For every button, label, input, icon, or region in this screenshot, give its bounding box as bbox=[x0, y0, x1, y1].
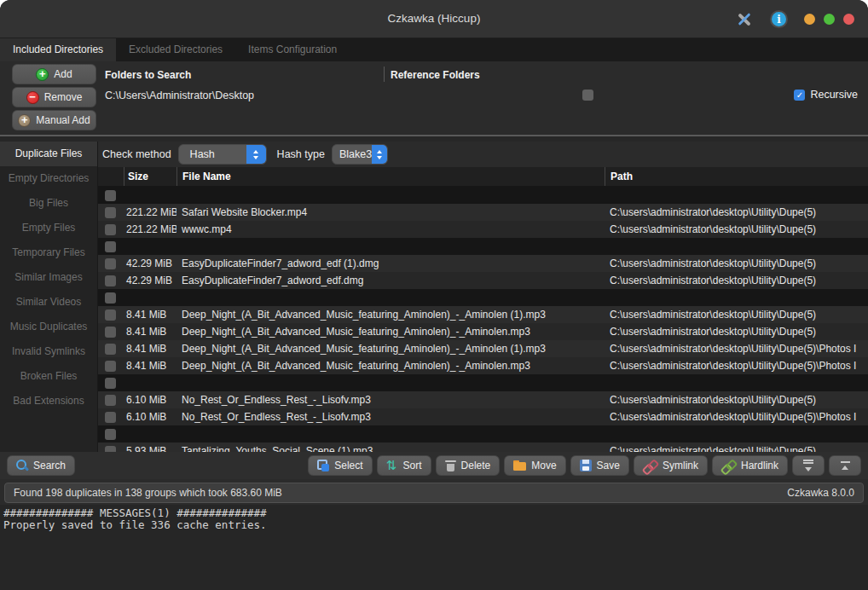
sidebar-item-similar-videos[interactable]: Similar Videos bbox=[0, 290, 97, 315]
minimize-dot[interactable] bbox=[804, 14, 815, 25]
row-checkbox[interactable] bbox=[105, 275, 116, 286]
file-row[interactable]: 8.41 MiBDeep_Night_(A_Bit_Advanced_Music… bbox=[98, 306, 868, 323]
row-checkbox[interactable] bbox=[105, 207, 116, 218]
group-separator-row[interactable] bbox=[98, 238, 868, 255]
close-dot[interactable] bbox=[843, 14, 854, 25]
group-separator-row[interactable] bbox=[98, 374, 868, 391]
row-checkbox[interactable] bbox=[105, 292, 116, 304]
sidebar-item-bad-extensions[interactable]: Bad Extensions bbox=[0, 389, 97, 414]
recursive-checkbox[interactable] bbox=[794, 90, 805, 101]
save-button[interactable]: Save bbox=[570, 455, 629, 476]
symlink-button[interactable]: Symlink bbox=[634, 455, 708, 476]
cell-size: 42.29 MiB bbox=[124, 257, 176, 269]
info-icon[interactable] bbox=[770, 10, 788, 28]
move-button[interactable]: Move bbox=[504, 455, 565, 476]
sidebar-item-duplicate-files[interactable]: Duplicate Files bbox=[0, 142, 97, 166]
cell-path: C:\users\administrator\desktop\Utility\D… bbox=[605, 275, 868, 286]
cell-path: C:\users\administrator\desktop\Utility\D… bbox=[605, 309, 868, 321]
cell-size: 5.93 MiB bbox=[124, 445, 176, 452]
hash-type-dropdown[interactable]: Blake3 bbox=[332, 144, 388, 165]
cell-size: 8.41 MiB bbox=[124, 309, 176, 321]
tab-included-directories[interactable]: Included Directories bbox=[0, 38, 116, 61]
add-button[interactable]: Add bbox=[12, 64, 96, 84]
maximize-dot[interactable] bbox=[824, 14, 835, 25]
file-row[interactable]: 42.29 MiBEasyDuplicateFinder7_adword_edf… bbox=[98, 255, 868, 272]
hardlink-icon bbox=[721, 460, 736, 472]
row-checkbox[interactable] bbox=[105, 429, 116, 440]
cell-name: Deep_Night_(A_Bit_Advanced_Music_featuri… bbox=[176, 309, 605, 321]
reference-folders-header: Reference Folders bbox=[391, 69, 480, 81]
row-checkbox[interactable] bbox=[105, 378, 116, 389]
sort-button[interactable]: Sort bbox=[377, 455, 431, 476]
group-separator-row[interactable] bbox=[98, 187, 868, 204]
group-separator-row[interactable] bbox=[98, 289, 868, 306]
row-checkbox[interactable] bbox=[105, 361, 116, 372]
cell-path: C:\users\administrator\desktop\Utility\D… bbox=[605, 206, 868, 218]
sidebar-item-music-duplicates[interactable]: Music Duplicates bbox=[0, 315, 97, 339]
sidebar-item-empty-files[interactable]: Empty Files bbox=[0, 216, 97, 240]
file-row[interactable]: 6.10 MiBNo_Rest_Or_Endless_Rest_-_Lisofv… bbox=[98, 408, 868, 425]
check-method-dropdown[interactable]: Hash bbox=[178, 144, 267, 165]
header-size[interactable]: Size bbox=[124, 167, 176, 186]
file-row[interactable]: 6.10 MiBNo_Rest_Or_Endless_Rest_-_Lisofv… bbox=[98, 391, 868, 408]
button-label: Symlink bbox=[663, 460, 698, 471]
sidebar-item-big-files[interactable]: Big Files bbox=[0, 191, 97, 216]
group-separator-row[interactable] bbox=[98, 425, 868, 442]
hardlink-button[interactable]: Hardlink bbox=[712, 455, 788, 476]
sidebar-item-temporary-files[interactable]: Temporary Files bbox=[0, 240, 97, 265]
cell-size: 8.41 MiB bbox=[124, 343, 176, 355]
cell-size: 8.41 MiB bbox=[124, 360, 176, 372]
jump-to-bottom-button[interactable] bbox=[792, 455, 825, 476]
messages-panel[interactable]: ############## MESSAGES(1) #############… bbox=[0, 505, 868, 590]
jump-to-top-button[interactable] bbox=[829, 455, 861, 476]
button-label: Delete bbox=[461, 460, 491, 471]
sidebar: Duplicate FilesEmpty DirectoriesBig File… bbox=[0, 142, 98, 452]
search-button[interactable]: Search bbox=[7, 455, 75, 476]
sidebar-item-similar-images[interactable]: Similar Images bbox=[0, 265, 97, 290]
remove-button[interactable]: Remove bbox=[12, 87, 96, 107]
select-button[interactable]: Select bbox=[308, 455, 372, 476]
row-checkbox[interactable] bbox=[105, 327, 116, 338]
row-checkbox[interactable] bbox=[105, 224, 116, 235]
messages-text-line: Properly saved to file 336 cache entries… bbox=[3, 519, 865, 531]
header-path[interactable]: Path bbox=[605, 167, 868, 186]
row-checkbox[interactable] bbox=[105, 190, 116, 201]
sidebar-item-broken-files[interactable]: Broken Files bbox=[0, 364, 97, 389]
button-label: Sort bbox=[403, 460, 422, 471]
header-file-name[interactable]: File Name bbox=[176, 167, 605, 186]
row-checkbox[interactable] bbox=[105, 309, 116, 321]
cell-path: C:\users\administrator\desktop\Utility\D… bbox=[605, 326, 868, 338]
file-row[interactable]: 42.29 MiBEasyDuplicateFinder7_adword_edf… bbox=[98, 272, 868, 289]
sidebar-item-empty-directories[interactable]: Empty Directories bbox=[0, 166, 97, 191]
file-row[interactable]: 8.41 MiBDeep_Night_(A_Bit_Advanced_Music… bbox=[98, 340, 868, 357]
cell-size: 221.22 MiB bbox=[124, 206, 176, 218]
select-icon bbox=[317, 460, 329, 471]
row-checkbox[interactable] bbox=[105, 395, 116, 406]
row-checkbox[interactable] bbox=[105, 241, 116, 252]
results-table-header: Size File Name Path bbox=[98, 167, 868, 187]
row-checkbox[interactable] bbox=[105, 344, 116, 355]
manual-add-button[interactable]: Manual Add bbox=[12, 110, 96, 130]
included-directory-row[interactable]: C:\Users\Administrator\Desktop bbox=[105, 90, 254, 101]
tools-icon[interactable] bbox=[735, 10, 754, 29]
tab-items-configuration[interactable]: Items Configuration bbox=[235, 38, 350, 61]
reference-folder-checkbox[interactable] bbox=[582, 90, 593, 101]
row-checkbox[interactable] bbox=[105, 446, 116, 453]
delete-button[interactable]: Delete bbox=[436, 455, 501, 476]
panel-splitter[interactable] bbox=[0, 135, 868, 142]
cell-name: No_Rest_Or_Endless_Rest_-_Lisofv.mp3 bbox=[176, 411, 605, 423]
file-row[interactable]: 221.22 MiBwwwc.mp4C:\users\administrator… bbox=[98, 221, 868, 238]
recursive-option: Recursive bbox=[794, 89, 858, 101]
sidebar-item-invalid-symlinks[interactable]: Invalid Symlinks bbox=[0, 339, 97, 364]
remove-label: Remove bbox=[44, 91, 83, 103]
row-checkbox[interactable] bbox=[105, 412, 116, 423]
file-row[interactable]: 8.41 MiBDeep_Night_(A_Bit_Advanced_Music… bbox=[98, 357, 868, 374]
row-checkbox[interactable] bbox=[105, 258, 116, 269]
file-row[interactable]: 8.41 MiBDeep_Night_(A_Bit_Advanced_Music… bbox=[98, 323, 868, 340]
action-bar: Search SelectSortDeleteMoveSaveSymlinkHa… bbox=[0, 452, 868, 479]
tab-excluded-directories[interactable]: Excluded Directories bbox=[116, 38, 235, 61]
cell-path: C:\users\administrator\desktop\Utility\D… bbox=[605, 360, 868, 372]
file-row[interactable]: 5.93 MiBTantalizing_Youths_Social_Scene … bbox=[98, 442, 868, 452]
status-bar: Found 198 duplicates in 138 groups which… bbox=[4, 483, 864, 503]
file-row[interactable]: 221.22 MiBSafari Website Blocker.mp4C:\u… bbox=[98, 204, 868, 221]
